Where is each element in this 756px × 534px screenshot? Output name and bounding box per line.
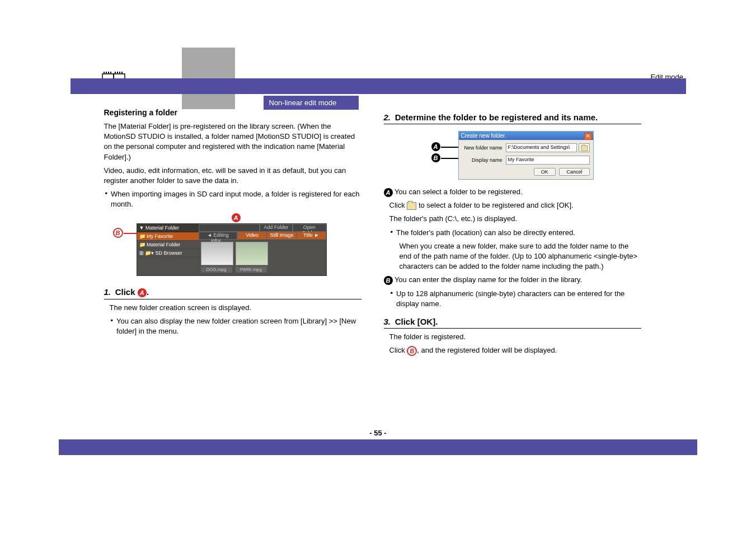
tab-still[interactable]: Still Image <box>267 232 297 240</box>
sidebar-item-material[interactable]: 📁 Material Folder <box>137 241 199 249</box>
marker-b-text-icon: B <box>384 276 393 285</box>
ok-button[interactable]: OK <box>534 168 556 176</box>
marker-b-inline-icon: B <box>407 346 417 356</box>
step-1-bullet: • You can also display the new folder cr… <box>104 316 361 340</box>
desc-a-path: The folder's path (C:\, etc.) is display… <box>384 214 641 224</box>
step-1-desc: The new folder creation screen is displa… <box>104 303 361 313</box>
desc-b-container: B You can enter the display name for the… <box>384 275 641 285</box>
section-title: Non-linear edit mode <box>264 96 359 110</box>
marker-a-icon: A <box>232 213 241 222</box>
step-1-heading: 1. Click A. <box>104 283 361 300</box>
footer-bar <box>59 439 697 455</box>
thumbnail-dog[interactable]: DOG.mpg <box>201 242 232 273</box>
sidebar-header: ▼ Material Folder <box>137 224 199 232</box>
thumbnail-park[interactable]: PARK.mpg <box>236 242 267 273</box>
display-name-input[interactable]: My Favorite <box>506 156 590 165</box>
tab-editing[interactable]: ◄ Editing infor... <box>199 232 238 240</box>
tab-video[interactable]: Video <box>237 232 267 240</box>
intro-bullet: • When importing images in SD card input… <box>104 189 361 213</box>
step-3-heading: 3. Click [OK]. <box>384 312 641 329</box>
intro-bullet-text: When importing images in SD card input m… <box>111 189 361 209</box>
marker-b-icon: B <box>113 228 123 238</box>
left-column: Registering a folder The [Material Folde… <box>104 108 361 359</box>
sidebar-item-sdbrowser[interactable]: ⊞ 📁▾ SD Browser <box>137 249 199 257</box>
tab-title[interactable]: Title ► <box>297 232 326 240</box>
desc-a-bullet: • The folder's path (location) can also … <box>384 228 641 241</box>
step-3-desc2: Click B, and the registered folder will … <box>384 345 641 356</box>
desc-a-click: Click to select a folder to be registere… <box>384 200 641 210</box>
library-screenshot: A B ▼ Material Folder 📁 My Favorite 📁 Ma… <box>114 217 327 277</box>
right-column: 2. Determine the folder to be registered… <box>384 108 641 359</box>
new-folder-input[interactable]: F:\Documents and Settings\ <box>506 143 577 152</box>
sidebar-item-favorite[interactable]: 📁 My Favorite <box>137 232 199 241</box>
page-number: - 55 - <box>0 429 756 437</box>
marker-a-text-icon: A <box>384 188 393 197</box>
cancel-button[interactable]: Cancel <box>559 168 589 176</box>
browse-folder-button[interactable] <box>579 143 590 152</box>
dialog-marker-a-icon: A <box>431 142 440 151</box>
display-name-label: Display name <box>462 157 506 163</box>
folder-icon <box>407 202 416 210</box>
close-icon[interactable]: ✕ <box>584 133 592 140</box>
header-bar <box>71 78 686 94</box>
open-folder-button[interactable]: Open Folder <box>293 224 326 232</box>
new-folder-label: New folder name <box>462 145 506 151</box>
dialog-titlebar: Create new folder. ✕ <box>459 132 593 140</box>
intro-paragraph-2: Video, audio, edit information, etc. wil… <box>104 166 361 186</box>
step-2-heading: 2. Determine the folder to be registered… <box>384 108 641 124</box>
intro-paragraph-1: The [Material Folder] is pre-registered … <box>104 121 361 162</box>
marker-a-inline-icon: A <box>138 288 147 297</box>
desc-b-bullet: • Up to 128 alphanumeric (single-byte) c… <box>384 289 641 312</box>
desc-a-container: A You can select a folder to be register… <box>384 187 641 197</box>
desc-a-note: When you create a new folder, make sure … <box>384 241 641 272</box>
step-3-desc: The folder is registered. <box>384 332 641 342</box>
dialog-marker-b-icon: B <box>431 153 440 162</box>
add-folder-button[interactable]: Add Folder <box>260 224 293 232</box>
